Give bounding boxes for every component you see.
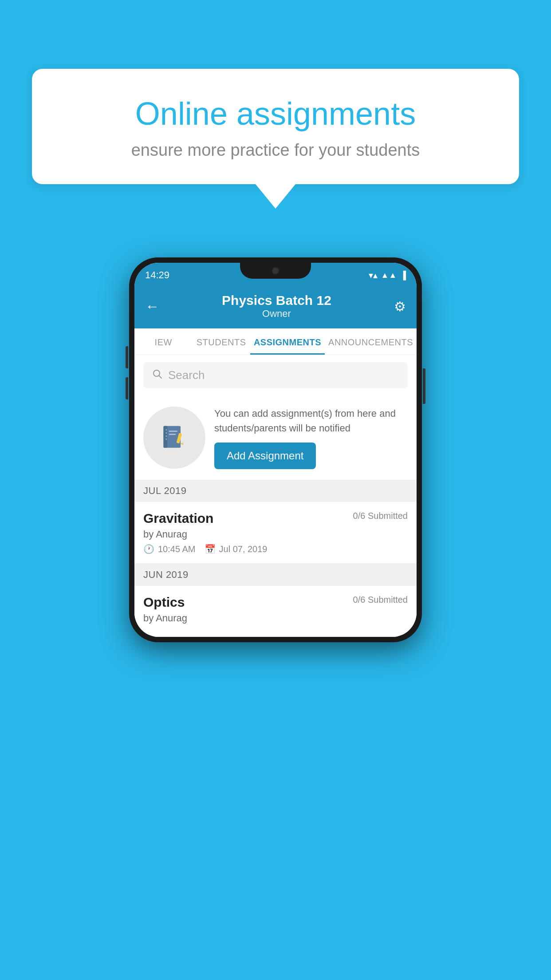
assignment-row-top: Gravitation 0/6 Submitted — [143, 511, 408, 526]
assignment-by-optics: by Anurag — [143, 612, 408, 624]
header-title: Physics Batch 12 — [222, 293, 331, 308]
header-subtitle: Owner — [222, 308, 331, 320]
svg-line-1 — [159, 375, 162, 378]
settings-icon[interactable]: ⚙ — [394, 299, 406, 314]
assignment-date-value: Jul 07, 2019 — [219, 544, 268, 554]
assignment-by: by Anurag — [143, 529, 408, 540]
phone-camera — [272, 267, 279, 275]
tab-assignments[interactable]: ASSIGNMENTS — [250, 328, 325, 355]
svg-rect-8 — [169, 431, 177, 432]
tab-iew[interactable]: IEW — [134, 328, 192, 355]
calendar-icon: 📅 — [205, 544, 216, 554]
clock-icon: 🕐 — [143, 544, 154, 554]
speech-bubble-title: Online assignments — [59, 95, 492, 132]
month-header-jun: JUN 2019 — [134, 564, 417, 586]
speech-bubble-tail — [256, 184, 295, 209]
add-assignment-button[interactable]: Add Assignment — [214, 443, 316, 469]
svg-rect-6 — [166, 435, 167, 437]
notebook-icon — [159, 422, 190, 453]
phone-volume-up-button — [126, 346, 128, 368]
search-icon — [152, 369, 163, 382]
promo-content: You can add assignment(s) from here and … — [214, 406, 408, 469]
wifi-icon: ▾▴ — [369, 270, 378, 281]
assignment-name-optics: Optics — [143, 595, 185, 610]
assignment-date: 📅 Jul 07, 2019 — [205, 544, 268, 554]
tabs-bar: IEW STUDENTS ASSIGNMENTS ANNOUNCEMENTS — [134, 328, 417, 355]
phone-notch — [240, 263, 311, 279]
speech-bubble: Online assignments ensure more practice … — [32, 69, 519, 184]
assignment-name: Gravitation — [143, 511, 213, 526]
svg-rect-7 — [166, 439, 167, 440]
header-center: Physics Batch 12 Owner — [222, 293, 331, 320]
promo-text: You can add assignment(s) from here and … — [214, 406, 408, 435]
status-icons: ▾▴ ▲▲ ▐ — [369, 270, 406, 281]
svg-rect-4 — [166, 429, 167, 431]
svg-rect-5 — [166, 432, 167, 434]
assignment-item-gravitation[interactable]: Gravitation 0/6 Submitted by Anurag 🕐 10… — [134, 502, 417, 564]
signal-icon: ▲▲ — [381, 271, 397, 280]
search-container: Search — [134, 355, 417, 395]
assignment-submitted-optics: 0/6 Submitted — [353, 595, 408, 605]
back-button[interactable]: ← — [145, 298, 159, 315]
promo-icon-circle — [143, 407, 205, 469]
tab-students[interactable]: STUDENTS — [192, 328, 250, 355]
app-header: ← Physics Batch 12 Owner ⚙ — [134, 286, 417, 328]
promo-section: You can add assignment(s) from here and … — [134, 395, 417, 480]
assignment-submitted: 0/6 Submitted — [353, 511, 408, 521]
month-header-jul: JUL 2019 — [134, 480, 417, 502]
assignment-row-top-optics: Optics 0/6 Submitted — [143, 595, 408, 610]
speech-bubble-subtitle: ensure more practice for your students — [59, 141, 492, 160]
status-time: 14:29 — [145, 269, 169, 281]
assignment-meta: 🕐 10:45 AM 📅 Jul 07, 2019 — [143, 544, 408, 554]
phone-power-button — [423, 368, 425, 404]
search-input[interactable]: Search — [168, 368, 205, 382]
assignment-time: 🕐 10:45 AM — [143, 544, 196, 554]
assignment-item-optics[interactable]: Optics 0/6 Submitted by Anurag — [134, 586, 417, 637]
phone-wrapper: 14:29 ▾▴ ▲▲ ▐ ← Physics Batch 12 Owner ⚙ — [129, 257, 422, 642]
svg-rect-3 — [164, 426, 168, 448]
tab-announcements[interactable]: ANNOUNCEMENTS — [325, 328, 417, 355]
assignment-time-value: 10:45 AM — [158, 544, 196, 554]
phone-volume-down-button — [126, 377, 128, 399]
phone-frame: 14:29 ▾▴ ▲▲ ▐ ← Physics Batch 12 Owner ⚙ — [129, 257, 422, 642]
svg-rect-9 — [169, 434, 176, 435]
phone-screen: 14:29 ▾▴ ▲▲ ▐ ← Physics Batch 12 Owner ⚙ — [134, 263, 417, 637]
speech-bubble-container: Online assignments ensure more practice … — [32, 69, 519, 209]
battery-icon: ▐ — [400, 271, 406, 280]
search-bar[interactable]: Search — [143, 362, 408, 388]
